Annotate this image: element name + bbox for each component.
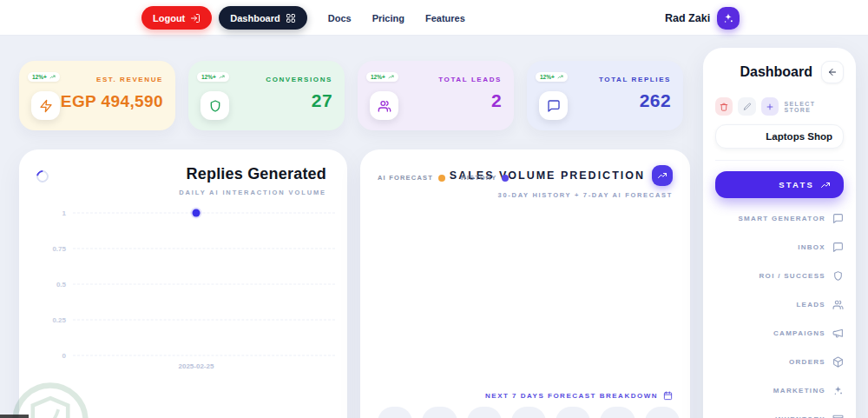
nav-link-docs[interactable]: Docs	[328, 13, 352, 23]
topbar: Logout Dashboard DocsPricingFeatures Rad…	[0, 0, 868, 36]
stat-icon-box	[539, 91, 568, 120]
sidebar-item-leads[interactable]: LEADS	[715, 290, 844, 319]
sidebar-nav: SMART GENERATOR INBOX ROI / SUCCESS LEAD…	[715, 204, 844, 418]
forecast-day-pill[interactable]	[422, 407, 457, 418]
trend-up-icon	[557, 74, 563, 80]
data-point[interactable]	[192, 209, 200, 217]
topbar-nav-group: Logout Dashboard DocsPricingFeatures	[141, 0, 465, 36]
replies-chart-subtitle: DAILY AI INTERACTION VOLUME	[40, 189, 326, 196]
y-tick-label: 0.5	[36, 281, 66, 289]
sidebar-item-campaigns[interactable]: CAMPAIGNS	[715, 319, 844, 348]
trend-badge: 12%+	[28, 72, 60, 82]
trend-up-icon	[820, 180, 831, 190]
shield-icon	[832, 270, 844, 282]
pencil-icon	[743, 103, 752, 111]
store-select[interactable]: Laptops Shop	[715, 124, 844, 149]
trend-button[interactable]	[652, 165, 673, 186]
replies-chart-title: Replies Generated	[40, 165, 326, 183]
stat-label: EST. REVENUE	[96, 76, 163, 83]
select-store-label: SELECT STORE	[784, 101, 844, 113]
stat-card-conversions[interactable]: 12%+ CONVERSIONS 27	[188, 61, 345, 130]
legend-dot	[502, 175, 509, 182]
replies-chart-panel: Replies Generated DAILY AI INTERACTION V…	[19, 149, 347, 418]
trend-up-icon	[657, 170, 667, 181]
sidebar-item-inbox[interactable]: INBOX	[715, 233, 844, 262]
stat-label: TOTAL REPLIES	[599, 76, 671, 83]
replies-chart: 1 0.75 0.5 0.25 0	[36, 213, 335, 355]
message-icon	[832, 242, 844, 253]
trend-badge: 12%+	[366, 72, 398, 82]
trend-badge: 12%+	[536, 72, 568, 82]
message-icon	[547, 99, 561, 113]
stat-label: TOTAL LEADS	[438, 76, 502, 83]
sidebar-title: Dashboard	[740, 64, 812, 80]
forecast-day-pill[interactable]	[645, 407, 680, 418]
edit-store-button[interactable]	[738, 97, 755, 116]
y-tick-label: 0.25	[36, 316, 66, 324]
sidebar: Dashboard SELECT STORE Laptops Shop STAT…	[703, 48, 856, 418]
sidebar-item-marketing[interactable]: MARKETING	[715, 376, 844, 405]
add-store-button[interactable]	[761, 97, 779, 116]
sidebar-header: Dashboard	[715, 48, 844, 83]
stat-value: 262	[640, 90, 671, 111]
nav-link-pricing[interactable]: Pricing	[372, 13, 404, 23]
legend-item-history[interactable]: HISTORY	[461, 174, 509, 182]
user-block[interactable]: Rad Zaki	[665, 0, 740, 36]
sparkles-icon	[832, 385, 844, 396]
grid-icon	[286, 13, 296, 23]
delete-store-button[interactable]	[715, 97, 733, 116]
topbar-links: DocsPricingFeatures	[307, 13, 465, 23]
sidebar-item-roi-success[interactable]: ROI / SUCCESS	[715, 262, 844, 290]
plot-grid: 2025-02-25	[73, 213, 335, 355]
store-select-value: Laptops Shop	[766, 131, 832, 142]
legend-item-ai-forecast[interactable]: AI FORECAST	[378, 174, 445, 182]
package-icon	[832, 356, 844, 368]
users-icon	[832, 299, 844, 310]
chart-legend: AI FORECAST HISTORY	[378, 174, 509, 182]
sidebar-item-orders[interactable]: ORDERS	[715, 348, 844, 376]
calendar-icon	[663, 391, 673, 401]
forecast-day-pill[interactable]	[511, 407, 546, 418]
forecast-breakdown-header[interactable]: NEXT 7 DAYS FORECAST BREAKDOWN	[485, 391, 673, 401]
logout-button[interactable]: Logout	[141, 6, 212, 30]
replies-chart-header: Replies Generated DAILY AI INTERACTION V…	[19, 149, 347, 196]
stat-icon-box	[31, 91, 60, 120]
stats-button[interactable]: STATS	[715, 171, 844, 198]
y-tick-label: 0	[36, 352, 66, 360]
logout-label: Logout	[153, 13, 185, 23]
arrow-left-icon	[827, 67, 838, 77]
forecast-day-pill[interactable]	[378, 407, 412, 418]
sales-chart-panel: AI FORECAST HISTORY SALES VOLUME PREDICT…	[360, 149, 690, 418]
zap-icon	[39, 99, 53, 113]
logout-icon	[190, 13, 201, 23]
avatar[interactable]	[717, 7, 740, 30]
forecast-day-pill[interactable]	[556, 407, 590, 418]
store-tools-row: SELECT STORE	[715, 97, 844, 116]
sidebar-item-inventory[interactable]: INVENTORY	[715, 405, 844, 418]
dashboard-button[interactable]: Dashboard	[219, 6, 306, 30]
shield-icon	[208, 99, 222, 113]
forecast-breakdown-label: NEXT 7 DAYS FORECAST BREAKDOWN	[485, 392, 658, 400]
stat-card-est-revenue[interactable]: 12%+ EST. REVENUE EGP 494,590	[19, 61, 175, 130]
nav-link-features[interactable]: Features	[425, 13, 465, 23]
legend-dot	[438, 175, 445, 182]
sidebar-item-smart-generator[interactable]: SMART GENERATOR	[715, 204, 844, 233]
forecast-pills-row	[378, 407, 680, 418]
x-axis-label: 2025-02-25	[178, 362, 214, 370]
stat-card-total-leads[interactable]: 12%+ TOTAL LEADS 2	[358, 61, 514, 130]
stat-card-total-replies[interactable]: 12%+ TOTAL REPLIES 262	[527, 61, 683, 130]
divider	[715, 160, 844, 161]
y-tick-label: 1	[36, 209, 66, 217]
megaphone-icon	[832, 328, 844, 339]
stat-value: 27	[312, 90, 332, 111]
forecast-day-pill[interactable]	[600, 407, 635, 418]
sales-chart-subtitle: 30-DAY HISTORY + 7-DAY AI FORECAST	[378, 191, 673, 199]
back-button[interactable]	[821, 61, 844, 83]
user-name: Rad Zaki	[665, 12, 710, 24]
plus-icon	[766, 103, 774, 111]
trend-up-icon	[219, 74, 225, 80]
stats-button-label: STATS	[779, 180, 814, 189]
archive-icon	[832, 414, 844, 418]
stat-value: EGP 494,590	[61, 92, 163, 111]
forecast-day-pill[interactable]	[467, 407, 502, 418]
